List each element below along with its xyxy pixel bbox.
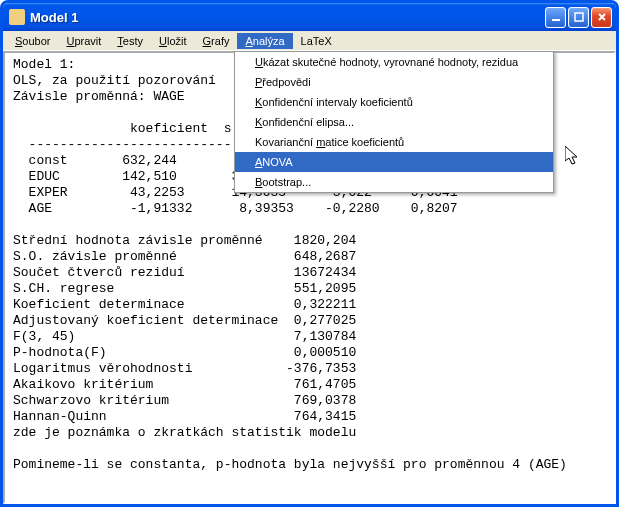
line-6: const 632,244 <box>13 153 177 168</box>
line-15: Koeficient determinace 0,322211 <box>13 297 356 312</box>
line-9: AGE -1,91332 8,39353 -0,2280 0,8207 <box>13 201 458 216</box>
maximize-button[interactable] <box>568 7 589 28</box>
line-11: Střední hodnota závisle proměnné 1820,20… <box>13 233 356 248</box>
menu-latex[interactable]: LaTeX <box>293 33 340 49</box>
line-4: koeficient s <box>13 121 231 136</box>
line-25: Pomineme-li se constanta, p-hodnota byla… <box>13 457 567 472</box>
minimize-icon <box>551 12 561 22</box>
maximize-icon <box>574 12 584 22</box>
app-window: Model 1 Soubor Upravit Testy Uložit Graf… <box>0 0 619 507</box>
dropdown-item-cov-matrix[interactable]: Kovarianční matice koeficientů <box>235 132 553 152</box>
menu-analyza[interactable]: Analýza <box>237 33 292 49</box>
line-19: Logaritmus věrohodnosti -376,7353 <box>13 361 356 376</box>
close-icon <box>597 12 607 22</box>
menu-ulozit[interactable]: Uložit <box>151 33 195 49</box>
menubar: Soubor Upravit Testy Uložit Grafy Analýz… <box>3 31 616 51</box>
line-1: OLS, za použití pozorování <box>13 73 216 88</box>
dropdown-item-anova[interactable]: ANOVA <box>235 152 553 172</box>
line-5: -------------------------- <box>13 137 231 152</box>
minimize-button[interactable] <box>545 7 566 28</box>
dropdown-item-forecasts[interactable]: Předpovědi <box>235 72 553 92</box>
close-button[interactable] <box>591 7 612 28</box>
line-14: S.CH. regrese 551,2095 <box>13 281 356 296</box>
titlebar[interactable]: Model 1 <box>3 3 616 31</box>
svg-rect-1 <box>575 13 583 21</box>
dropdown-item-conf-ellipse[interactable]: Konfidenční elipsa... <box>235 112 553 132</box>
menu-grafy[interactable]: Grafy <box>195 33 238 49</box>
menu-soubor[interactable]: Soubor <box>7 33 58 49</box>
line-2: Závisle proměnná: WAGE <box>13 89 185 104</box>
line-21: Schwarzovo kritérium 769,0378 <box>13 393 356 408</box>
line-18: P-hodnota(F) 0,000510 <box>13 345 356 360</box>
line-23: zde je poznámka o zkratkách statistik mo… <box>13 425 356 440</box>
line-20: Akaikovo kritérium 761,4705 <box>13 377 356 392</box>
line-12: S.O. závisle proměnné 648,2687 <box>13 249 356 264</box>
line-22: Hannan-Quinn 764,3415 <box>13 409 356 424</box>
svg-rect-0 <box>552 19 560 21</box>
window-buttons <box>545 7 612 28</box>
line-0: Model 1: <box>13 57 75 72</box>
line-13: Součet čtverců reziduí 13672434 <box>13 265 356 280</box>
dropdown-item-actual-fitted[interactable]: Ukázat skutečné hodnoty, vyrovnané hodno… <box>235 52 553 72</box>
app-icon <box>9 9 25 25</box>
menu-upravit[interactable]: Upravit <box>58 33 109 49</box>
line-17: F(3, 45) 7,130784 <box>13 329 356 344</box>
window-title: Model 1 <box>30 10 545 25</box>
line-16: Adjustovaný koeficient determinace 0,277… <box>13 313 356 328</box>
dropdown-item-bootstrap[interactable]: Bootstrap... <box>235 172 553 192</box>
menu-testy[interactable]: Testy <box>109 33 151 49</box>
dropdown-item-conf-intervals[interactable]: Konfidenční intervaly koeficientů <box>235 92 553 112</box>
analyza-dropdown: Ukázat skutečné hodnoty, vyrovnané hodno… <box>234 51 554 193</box>
